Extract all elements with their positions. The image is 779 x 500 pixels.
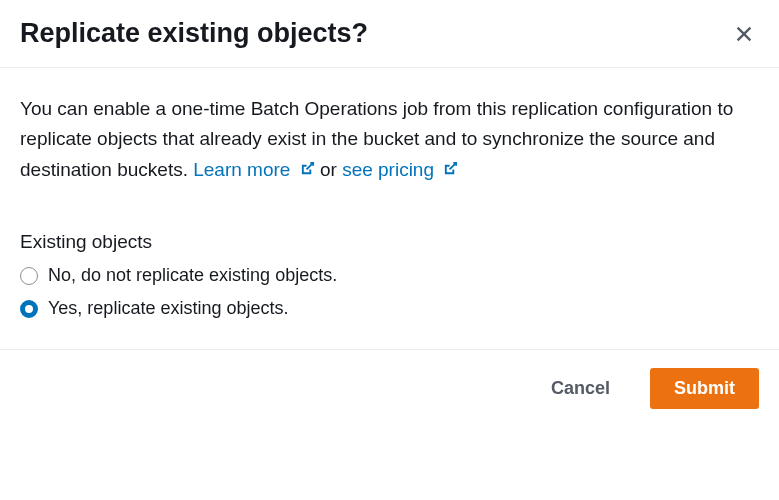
modal-body: You can enable a one-time Batch Operatio… [0,68,779,349]
radio-label: No, do not replicate existing objects. [48,265,337,286]
description-part2: or [315,159,342,180]
see-pricing-link[interactable]: see pricing [342,159,458,180]
learn-more-link[interactable]: Learn more [193,159,314,180]
radio-option-yes[interactable]: Yes, replicate existing objects. [20,298,759,319]
radio-indicator [20,300,38,318]
modal-title: Replicate existing objects? [20,18,368,49]
modal-header: Replicate existing objects? [0,0,779,68]
existing-objects-radio-group: No, do not replicate existing objects. Y… [20,265,759,319]
radio-option-no[interactable]: No, do not replicate existing objects. [20,265,759,286]
close-icon[interactable] [733,23,755,45]
submit-button[interactable]: Submit [650,368,759,409]
radio-label: Yes, replicate existing objects. [48,298,288,319]
replicate-objects-modal: Replicate existing objects? You can enab… [0,0,779,427]
radio-indicator [20,267,38,285]
modal-footer: Cancel Submit [0,349,779,427]
existing-objects-label: Existing objects [20,231,759,253]
external-link-icon [443,155,458,185]
description-text: You can enable a one-time Batch Operatio… [20,94,759,185]
external-link-icon [300,155,315,185]
cancel-button[interactable]: Cancel [527,368,634,409]
